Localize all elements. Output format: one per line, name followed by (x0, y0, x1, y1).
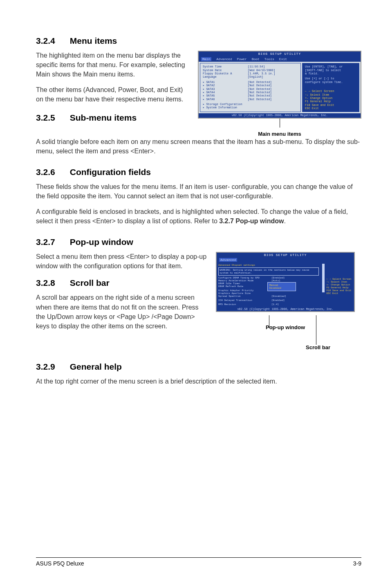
bios-help-pane: Use [ENTER], [TAB], or [SHIFT-TAB] to se… (302, 63, 359, 112)
row-lbl: ▸ SATA1 (203, 81, 248, 84)
row-lbl: DRAM Idle Timer (218, 282, 271, 285)
bios-footer: v02.58 (C)Copyright 1985-2008, American … (217, 307, 354, 311)
bios-help-pane: ← → Select Screen ↑↓ Select Item +- Chan… (321, 263, 354, 307)
menu-advanced: Advanced (216, 57, 232, 61)
row-val: [Not Detected] (248, 91, 272, 94)
help-line: Use [+] or [-] to (305, 77, 356, 80)
pointer-line (316, 315, 316, 345)
sec-title: Sub-menu items (70, 113, 137, 122)
heading-scroll-bar: 3.2.8Scroll bar (36, 278, 208, 288)
menu-exit: Exit (279, 57, 287, 61)
help-nav: ↑↓ Select Item (322, 281, 352, 283)
row-val: [Not Detected] (248, 94, 272, 97)
heading-submenu-items: 3.2.5Sub-menu items (36, 113, 190, 123)
bios-header: BIOS SETUP UTILITY (199, 52, 361, 56)
bios-popup-figure: BIOS SETUP UTILITY Advanced Advanced Chi… (216, 252, 355, 312)
sec-title: Scroll bar (70, 278, 110, 287)
sec-num: 3.2.7 (36, 237, 55, 247)
caption-popup: Pop-up window (216, 324, 355, 330)
bios-footer: v02.58 (C)Copyright 1985-2008, American … (199, 113, 361, 117)
page-footer: ASUS P5Q Deluxe 3-9 (36, 557, 361, 567)
row-lbl: System Time (203, 65, 248, 68)
scroll-bar-icon (322, 264, 325, 292)
para-326b: A configurable field is enclosed in brac… (36, 207, 361, 226)
para-328: A scroll bar appears on the right side o… (36, 293, 208, 331)
row-val: [Auto] (271, 279, 280, 282)
help-nav: ← → Select Screen (305, 90, 356, 93)
row-val: [Not Detected] (248, 84, 272, 87)
sec-num: 3.2.4 (36, 36, 55, 46)
sec-title: Configuration fields (70, 167, 151, 177)
menu-boot: Boot (252, 57, 260, 61)
heading-config-fields: 3.2.6Configuration fields (36, 167, 361, 177)
heading-menu-items: 3.2.4Menu items (36, 36, 361, 46)
row-lbl: Memory Acceleration Mode (218, 279, 271, 282)
row-val: [Disabled] (271, 295, 286, 298)
sec-num: 3.2.8 (36, 278, 55, 288)
caption-main-menu: Main menu items (198, 131, 361, 137)
row-lbl: Spread Spectrum (218, 295, 271, 298)
sec-num: 3.2.6 (36, 167, 55, 177)
panel-title: Advanced Chipset settings (218, 264, 319, 267)
sec-title: Pop-up window (70, 237, 133, 247)
row-val: [Not Detected] (248, 81, 272, 84)
page-body: 3.2.4Menu items The highlighted item on … (0, 0, 390, 386)
sec-num: 3.2.5 (36, 113, 55, 123)
row-lbl: ICH Delayed Transaction (218, 299, 271, 302)
help-nav: +- Change Option (305, 97, 356, 100)
help-line: configure system Time. (305, 81, 356, 84)
sec-num: 3.2.9 (36, 362, 55, 372)
row-val: [Not Detected] (248, 98, 272, 101)
row-lbl: Graphic Adapter Priority (218, 289, 271, 292)
help-nav: F1 General Help (322, 286, 352, 289)
caption-scroll: Scroll bar (281, 344, 355, 350)
row-lbl: DRAM Refresh Rate (218, 285, 271, 288)
para-326a: These fields show the values for the men… (36, 182, 361, 201)
row-val: [English] (248, 75, 263, 79)
caption-pointer-line (280, 119, 280, 128)
bios-left-pane: System Time[11:56:54] System Date[Wed 04… (200, 63, 301, 112)
help-nav: ↑↓ Select Item (305, 93, 356, 97)
heading-general-help: 3.2.9General help (36, 362, 361, 372)
help-nav: F1 General Help (305, 100, 356, 103)
row-lbl: Language (203, 75, 248, 79)
footer-right: 3-9 (353, 560, 361, 567)
pointer-line (269, 315, 269, 328)
sec-title: Menu items (70, 36, 117, 45)
row-val: [1.4] (271, 303, 279, 306)
row-lbl: ▸ System Information (203, 106, 298, 109)
row-val: [Enabled] (271, 276, 285, 279)
warning-text: WARNING: Setting wrong values in the sec… (218, 267, 319, 276)
para-324a: The highlighted item on the menu bar dis… (36, 51, 190, 79)
para-329: At the top right corner of the menu scre… (36, 377, 361, 386)
popup-option: Manual (269, 284, 294, 287)
row-lbl: System Date (203, 69, 248, 72)
row-lbl: Configure DRAM Timing by SPD (218, 276, 271, 279)
row-val: [11:56:54] (248, 65, 265, 68)
bios-main-figure: BIOS SETUP UTILITY Main Advanced Power B… (198, 51, 361, 119)
bios-left-pane: Advanced Chipset settings WARNING: Setti… (217, 263, 321, 307)
help-nav: F10 Save and Exit (322, 289, 352, 292)
help-nav: ← → Select Screen (322, 278, 352, 281)
help-line: Use [ENTER], [TAB], or (305, 65, 356, 68)
help-nav: +- Change Option (322, 283, 352, 286)
row-lbl: MPS Revision (218, 303, 271, 306)
bios-menubar: Main Advanced Power Boot Tools Exit (199, 56, 361, 62)
row-lbl: ▸ Storage Configuration (203, 103, 298, 106)
help-line: [SHIFT-TAB] to select (305, 69, 356, 72)
help-nav: F10 Save and Exit (305, 103, 356, 107)
row-lbl: ▸ SATA2 (203, 84, 248, 87)
sec-title: General help (70, 362, 122, 371)
help-nav: ESC Exit (322, 292, 352, 295)
row-val: [Not Detected] (248, 88, 272, 91)
menu-main: Main (201, 57, 211, 61)
row-val: [1.44M, 3.5 in.] (248, 72, 275, 75)
row-lbl: ▸ SATA5 (203, 94, 248, 97)
para-327: Select a menu item then press <Enter> to… (36, 252, 208, 271)
heading-popup-window: 3.2.7Pop-up window (36, 237, 361, 247)
row-val: [Wed 04/16/2008] (248, 69, 275, 72)
help-line: a field. (305, 72, 356, 75)
popup-option: Disabled (269, 287, 294, 290)
help-nav: ESC Exit (305, 107, 356, 110)
row-lbl: ▸ SATA3 (203, 88, 248, 91)
